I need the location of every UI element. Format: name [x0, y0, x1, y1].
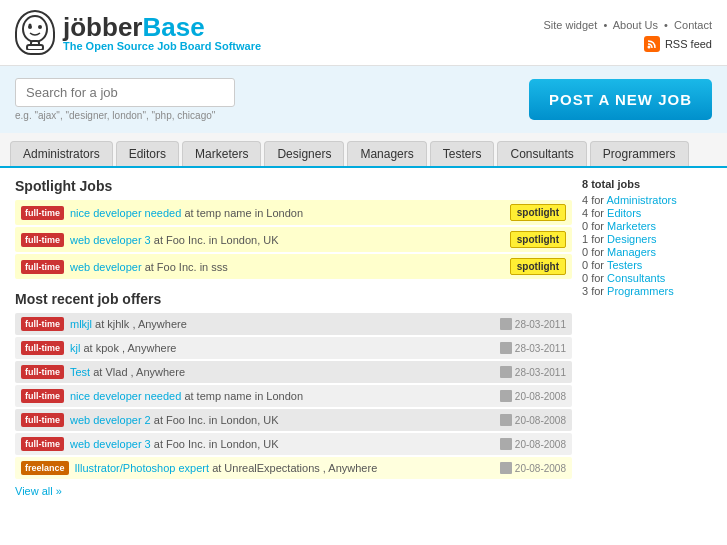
calendar-icon-3: [500, 366, 512, 378]
job-row-7: freelance Illustrator/Photoshop expert a…: [15, 457, 572, 479]
job-row-3: full-time Test at Vlad , Anywhere 28-03-…: [15, 361, 572, 383]
recent-company-4: temp name: [197, 390, 252, 402]
sidebar-link-designers[interactable]: Designers: [607, 233, 657, 245]
sidebar-for-programmers: for: [591, 285, 607, 297]
job-row-5: full-time web developer 2 at Foo Inc. in…: [15, 409, 572, 431]
tabs: Administrators Editors Marketers Designe…: [0, 133, 727, 168]
recent-job-title-2[interactable]: kjl: [70, 342, 80, 354]
recent-sep-4: in: [255, 390, 267, 402]
calendar-icon-4: [500, 390, 512, 402]
recent-date-2: 28-03-2011: [500, 342, 566, 354]
recent-at-2: at: [83, 342, 95, 354]
recent-date-4: 20-08-2008: [500, 390, 566, 402]
tab-marketers[interactable]: Marketers: [182, 141, 261, 166]
sidebar-link-consultants[interactable]: Consultants: [607, 272, 665, 284]
recent-job-title-6[interactable]: web developer 3: [70, 438, 151, 450]
sidebar-item-testers: 0 for Testers: [582, 259, 712, 271]
recent-job-text-6: web developer 3 at Foo Inc. in London, U…: [70, 438, 500, 450]
sidebar-count-marketers: 0: [582, 220, 588, 232]
calendar-icon-5: [500, 414, 512, 426]
spotlight-job-text-1: nice developer needed at temp name in Lo…: [70, 207, 510, 219]
svg-point-2: [38, 25, 42, 29]
recent-job-title-5[interactable]: web developer 2: [70, 414, 151, 426]
spotlight-location-1: London: [266, 207, 303, 219]
sidebar-item-editors: 4 for Editors: [582, 207, 712, 219]
recent-job-text-7: Illustrator/Photoshop expert at UnrealEx…: [75, 462, 500, 474]
main: Spotlight Jobs full-time nice developer …: [0, 168, 727, 507]
recent-job-text-2: kjl at kpok , Anywhere: [70, 342, 500, 354]
recent-location-3: Anywhere: [136, 366, 185, 378]
logo-obber: öbber: [70, 12, 142, 42]
recent-job-title-7[interactable]: Illustrator/Photoshop expert: [75, 462, 210, 474]
recent-section: Most recent job offers full-time mlkjl a…: [15, 291, 572, 497]
spotlight-btn-1[interactable]: spotlight: [510, 204, 566, 221]
spotlight-job-title-2[interactable]: web developer 3: [70, 234, 151, 246]
recent-job-title-3[interactable]: Test: [70, 366, 90, 378]
sidebar-link-programmers[interactable]: Programmers: [607, 285, 674, 297]
sidebar-for-testers: for: [591, 259, 607, 271]
spotlight-btn-2[interactable]: spotlight: [510, 231, 566, 248]
sidebar-link-editors[interactable]: Editors: [607, 207, 641, 219]
tab-editors[interactable]: Editors: [116, 141, 179, 166]
recent-job-text-4: nice developer needed at temp name in Lo…: [70, 390, 500, 402]
view-all-link[interactable]: View all »: [15, 485, 62, 497]
rss-label: RSS feed: [665, 38, 712, 50]
spotlight-company-2: Foo Inc.: [166, 234, 206, 246]
recent-job-title-4[interactable]: nice developer needed: [70, 390, 181, 402]
spotlight-job-title-3[interactable]: web developer: [70, 261, 142, 273]
spotlight-btn-3[interactable]: spotlight: [510, 258, 566, 275]
top-nav: Site widget • About Us • Contact: [543, 14, 712, 31]
content: Spotlight Jobs full-time nice developer …: [15, 178, 572, 497]
recent-company-6: Foo Inc.: [166, 438, 206, 450]
tab-consultants[interactable]: Consultants: [497, 141, 586, 166]
recent-company-1: kjhlk: [107, 318, 129, 330]
sidebar-link-administrators[interactable]: Administrators: [606, 194, 676, 206]
contact-link[interactable]: Contact: [674, 19, 712, 31]
recent-location-5: London, UK: [220, 414, 278, 426]
sidebar-link-testers[interactable]: Testers: [607, 259, 642, 271]
tab-administrators[interactable]: Administrators: [10, 141, 113, 166]
recent-date-1: 28-03-2011: [500, 318, 566, 330]
spotlight-company-1: temp name: [197, 207, 252, 219]
badge-fulltime-3: full-time: [21, 260, 64, 274]
sidebar-link-managers[interactable]: Managers: [607, 246, 656, 258]
logo-base: Base: [142, 12, 204, 42]
spotlight-job-1: full-time nice developer needed at temp …: [15, 200, 572, 225]
svg-point-0: [23, 16, 47, 42]
tab-managers[interactable]: Managers: [347, 141, 426, 166]
spotlight-job-2: full-time web developer 3 at Foo Inc. in…: [15, 227, 572, 252]
tab-testers[interactable]: Testers: [430, 141, 495, 166]
search-input[interactable]: [15, 78, 235, 107]
recent-location-4: London: [266, 390, 303, 402]
site-widget-link[interactable]: Site widget: [543, 19, 597, 31]
tab-designers[interactable]: Designers: [264, 141, 344, 166]
search-hint: e.g. "ajax", "designer, london", "php, c…: [15, 110, 235, 121]
rss-area[interactable]: RSS feed: [644, 36, 712, 52]
recent-at-5: at: [154, 414, 166, 426]
sidebar-item-consultants: 0 for Consultants: [582, 272, 712, 284]
recent-at-4: at: [184, 390, 196, 402]
logo-area: jöbberBase The Open Source Job Board Sof…: [15, 10, 261, 55]
spotlight-job-title-1[interactable]: nice developer needed: [70, 207, 181, 219]
view-all: View all »: [15, 485, 572, 497]
recent-location-2: Anywhere: [128, 342, 177, 354]
spotlight-job-text-3: web developer at Foo Inc. in sss: [70, 261, 510, 273]
sidebar-count-consultants: 0: [582, 272, 588, 284]
recent-job-title-1[interactable]: mlkjl: [70, 318, 92, 330]
recent-date-6: 20-08-2008: [500, 438, 566, 450]
spotlight-at-3: at: [145, 261, 157, 273]
recent-company-3: Vlad: [105, 366, 127, 378]
sidebar-for-marketers: for: [591, 220, 607, 232]
recent-location-7: Anywhere: [328, 462, 377, 474]
sidebar-total: 8 total jobs: [582, 178, 712, 190]
sidebar-item-marketers: 0 for Marketers: [582, 220, 712, 232]
sidebar-link-marketers[interactable]: Marketers: [607, 220, 656, 232]
recent-badge-3: full-time: [21, 365, 64, 379]
sidebar-for-editors: for: [591, 207, 607, 219]
about-us-link[interactable]: About Us: [613, 19, 658, 31]
post-job-button[interactable]: POST A NEW JOB: [529, 79, 712, 120]
sidebar-count-programmers: 3: [582, 285, 588, 297]
tab-programmers[interactable]: Programmers: [590, 141, 689, 166]
logo-icon: [15, 10, 55, 55]
spotlight-job-3: full-time web developer at Foo Inc. in s…: [15, 254, 572, 279]
